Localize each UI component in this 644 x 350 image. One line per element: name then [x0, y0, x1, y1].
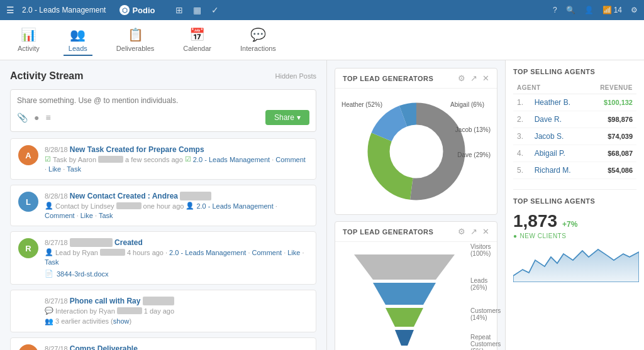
activity-meta-2: 👤 Contact by Lindsey ███ one hour ago 👤 … [45, 202, 308, 219]
agent-table: AGENT REVENUE 1. Heather B. $100,132 2. … [513, 82, 636, 179]
nav-bar: 📊 Activity 👥 Leads 📋 Deliverables 📅 Cale… [0, 20, 644, 60]
activity-meta-4: 💬 Interaction by Ryan ███ 1 day ago [45, 307, 308, 315]
share-actions: 📎 ● ≡ Share ▾ [17, 110, 309, 125]
agent-rank-2: 2. [513, 111, 531, 128]
notification-icon[interactable]: 📶 14 [602, 6, 622, 14]
funnel-label-leads: Leads (26%) [470, 277, 501, 291]
lead-icon-3: 👤 [45, 248, 53, 256]
grid-icon[interactable]: ⊞ [175, 5, 183, 15]
agent-revenue-5: $54,086 [586, 162, 636, 179]
widget-controls-1: ⚙ ↗ ✕ [458, 74, 489, 83]
top-bar-right: ? 🔍 👤 📶 14 ⚙ [553, 6, 638, 14]
funnel-label-visitors: Visitors (100%) [470, 243, 501, 257]
hamburger-icon[interactable]: ☰ [6, 5, 14, 15]
nav-calendar-label: Calendar [183, 45, 211, 52]
activity-title-3: 8/27/18 ████████ Created [45, 238, 308, 247]
app-title: 2.0 - Leads Management [22, 6, 106, 14]
sparkline-container [513, 244, 636, 282]
hidden-posts-label[interactable]: Hidden Posts [275, 72, 316, 80]
contact-icon-2: 👤 [45, 202, 53, 210]
activity-link-4[interactable]: Phone call with Ray ████ [70, 297, 174, 305]
help-icon[interactable]: ? [553, 6, 557, 14]
activity-link-5[interactable]: Comps Deliverable [70, 344, 138, 350]
widget-lead-generators-2: TOP LEAD GENERATORS ⚙ ↗ ✕ [335, 221, 497, 350]
interaction-icon-4: 💬 [45, 307, 53, 315]
widget-title-1: TOP LEAD GENERATORS [343, 75, 433, 82]
activity-title: Activity Stream [10, 70, 84, 82]
funnel-label-repeat: Repeat Customers (6%) [470, 334, 501, 351]
big-number: 1,873 [513, 211, 557, 231]
avatar-3: R [18, 238, 38, 258]
mention-icon[interactable]: ● [34, 112, 39, 123]
widget-body-2: Visitors (100%) Leads (26%) Customers (1… [335, 242, 497, 350]
agent-row-1: 1. Heather B. $100,132 [513, 94, 636, 111]
activity-stream-col: Activity Stream Hidden Posts 📎 ● ≡ Share… [0, 60, 327, 350]
agent-rank-5: 5. [513, 162, 531, 179]
activity-title-2: 8/28/18 New Contact Created : Andrea ███… [45, 192, 308, 200]
agent-name-5[interactable]: Richard M. [531, 162, 586, 179]
activity-content-5: 8/27/18 Comps Deliverable 📋 Deliverable … [45, 344, 308, 350]
revenue-col-header: REVENUE [586, 82, 636, 94]
search-icon[interactable]: 🔍 [566, 6, 575, 14]
format-icon[interactable]: ≡ [45, 112, 50, 123]
agent-rank-3: 3. [513, 128, 531, 145]
agent-name-1[interactable]: Heather B. [531, 94, 586, 111]
agent-name-2[interactable]: Dave R. [531, 111, 586, 128]
big-number-container: 1,873 +7% [513, 211, 636, 231]
main-layout: Activity Stream Hidden Posts 📎 ● ≡ Share… [0, 60, 644, 350]
activity-meta-1: ☑ Task by Aaron ████ a few seconds ago ☑… [45, 155, 308, 173]
activity-title-4: 8/27/18 Phone call with Ray ████ [45, 297, 308, 305]
apps-icon[interactable]: ▦ [193, 5, 201, 15]
nav-activity[interactable]: 📊 Activity [13, 25, 45, 56]
check-nav-icon[interactable]: ✓ [211, 5, 219, 15]
nav-interactions-label: Interactions [240, 45, 276, 52]
attach-icon[interactable]: 📎 [17, 112, 28, 123]
gear-icon-1[interactable]: ⚙ [458, 74, 465, 83]
activity-content-3: 8/27/18 ████████ Created 👤 Lead by Ryan … [45, 238, 308, 278]
share-button[interactable]: Share ▾ [265, 110, 309, 125]
svg-marker-7 [386, 308, 423, 327]
activity-item-1-header: A 8/28/18 New Task Created for Prepare C… [18, 145, 308, 173]
activity-link-1[interactable]: New Task Created for Prepare Comps [70, 145, 204, 154]
activity-link-3[interactable]: ████████ Created [70, 238, 143, 247]
agent-name-4[interactable]: Abigail P. [531, 145, 586, 162]
nav-deliverables-label: Deliverables [116, 45, 155, 52]
widget-header-1: TOP LEAD GENERATORS ⚙ ↗ ✕ [335, 68, 497, 89]
svg-marker-6 [373, 283, 436, 305]
activity-item-3-header: R 8/27/18 ████████ Created 👤 Lead by Rya… [18, 238, 308, 278]
activity-item-2: L 8/28/18 New Contact Created : Andrea █… [10, 185, 316, 226]
nav-deliverables[interactable]: 📋 Deliverables [111, 25, 160, 56]
agent-name-3[interactable]: Jacob S. [531, 128, 586, 145]
big-number-change: +7% [562, 220, 577, 229]
activity-title-1: 8/28/18 New Task Created for Prepare Com… [45, 145, 308, 154]
expand-icon-1[interactable]: ↗ [470, 74, 477, 83]
agent-revenue-3: $74,039 [586, 128, 636, 145]
close-icon-1[interactable]: ✕ [482, 74, 489, 83]
user-icon[interactable]: 👤 [584, 6, 594, 14]
nav-interactions[interactable]: 💬 Interactions [235, 25, 281, 56]
funnel-labels: Visitors (100%) Leads (26%) Customers (1… [470, 243, 501, 351]
nav-calendar[interactable]: 📅 Calendar [178, 25, 216, 56]
top-selling-title-2: TOP SELLING AGENTS [513, 197, 636, 205]
activity-item-4-header: 8/27/18 Phone call with Ray ████ 💬 Inter… [18, 297, 308, 325]
settings-icon[interactable]: ⚙ [631, 6, 638, 14]
activity-link-2[interactable]: New Contact Created : Andrea ████ [70, 192, 212, 200]
nav-leads[interactable]: 👥 Leads [64, 25, 92, 56]
avatar-2: L [18, 192, 38, 212]
agent-row-2: 2. Dave R. $98,876 [513, 111, 636, 128]
svg-marker-8 [395, 330, 414, 346]
funnel-chart [341, 248, 467, 349]
expand-icon-2[interactable]: ↗ [470, 227, 477, 236]
activity-content-4: 8/27/18 Phone call with Ray ████ 💬 Inter… [45, 297, 308, 325]
gear-icon-2[interactable]: ⚙ [458, 227, 465, 236]
activity-item-2-header: L 8/28/18 New Contact Created : Andrea █… [18, 192, 308, 219]
share-dropdown-icon: ▾ [297, 113, 301, 122]
activity-item-4: 8/27/18 Phone call with Ray ████ 💬 Inter… [10, 290, 316, 332]
share-input[interactable] [17, 96, 309, 105]
close-icon-2[interactable]: ✕ [482, 227, 489, 236]
widget-controls-2: ⚙ ↗ ✕ [458, 227, 489, 236]
widget-title-2: TOP LEAD GENERATORS [343, 228, 433, 236]
agent-row-4: 4. Abigail P. $68,087 [513, 145, 636, 162]
leads-icon: 👥 [70, 27, 86, 42]
activity-item-5: A 8/27/18 Comps Deliverable 📋 Deliverabl… [10, 337, 316, 350]
